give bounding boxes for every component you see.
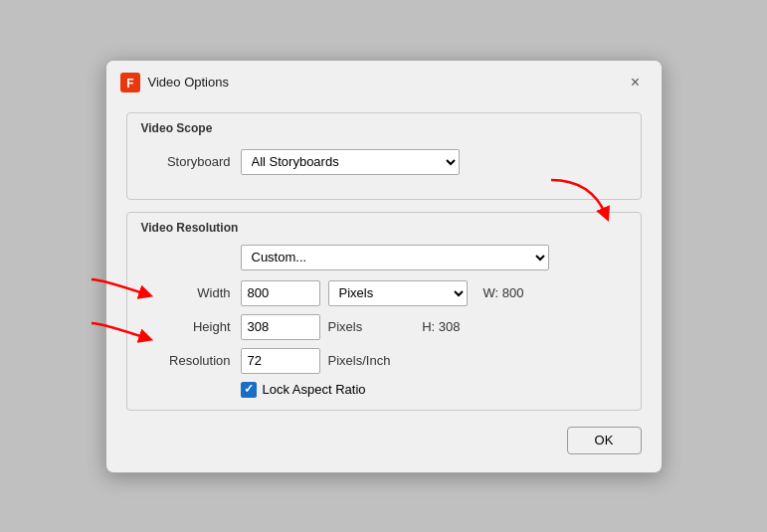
storyboard-select[interactable]: All Storyboards Storyboard 1 Storyboard … <box>241 149 460 175</box>
dialog-body: Video Scope Storyboard All Storyboards S… <box>106 102 662 472</box>
video-scope-title: Video Scope <box>141 121 627 135</box>
ok-button[interactable]: OK <box>567 427 642 454</box>
close-button[interactable]: × <box>624 71 648 94</box>
height-unit-label: Pixels <box>328 319 363 334</box>
resolution-input[interactable]: 72 <box>241 348 320 374</box>
storyboard-label: Storyboard <box>141 154 231 169</box>
arrow-top-right-indicator <box>541 175 621 225</box>
custom-preset-select[interactable]: Custom... 1920×1080 (Full HD) 1280×720 (… <box>241 245 549 270</box>
svg-text:F: F <box>126 77 133 90</box>
arrow-height-indicator <box>87 318 156 356</box>
storyboard-row: Storyboard All Storyboards Storyboard 1 … <box>141 145 627 179</box>
lock-aspect-row: Lock Aspect Ratio <box>141 382 627 398</box>
height-input[interactable]: 308 <box>241 314 320 340</box>
custom-preset-row: Custom... 1920×1080 (Full HD) 1280×720 (… <box>141 245 627 270</box>
resolution-unit-label: Pixels/Inch <box>328 353 391 368</box>
dialog-title: Video Options <box>148 75 624 89</box>
lock-aspect-checkbox[interactable] <box>241 382 257 398</box>
w-display: W: 800 <box>483 285 524 300</box>
width-row: Width 800 Pixels Inches Centimeters W: 8… <box>141 280 627 306</box>
lock-aspect-label[interactable]: Lock Aspect Ratio <box>263 382 366 397</box>
width-unit-select[interactable]: Pixels Inches Centimeters <box>328 280 468 306</box>
resolution-row: Resolution 72 Pixels/Inch <box>141 348 627 374</box>
height-row: Height 308 Pixels H: 308 <box>141 314 627 340</box>
video-resolution-section: Video Resolution Custom... 1920×1080 (Fu… <box>126 212 642 411</box>
title-bar: F Video Options × <box>106 61 662 102</box>
width-label: Width <box>141 285 231 300</box>
footer-row: OK <box>126 423 642 456</box>
video-options-dialog: F Video Options × Video Scope Storyboard… <box>105 60 663 473</box>
app-icon: F <box>120 73 140 92</box>
width-input[interactable]: 800 <box>241 280 320 306</box>
h-display: H: 308 <box>422 319 460 334</box>
